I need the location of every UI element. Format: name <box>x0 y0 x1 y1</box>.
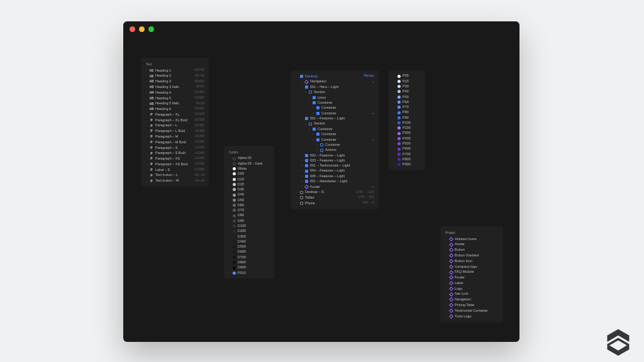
component-row[interactable]: -Navigation <box>440 297 503 303</box>
color-row[interactable]: -D05 <box>224 172 274 177</box>
color-row[interactable]: -D90 <box>224 218 274 223</box>
component-row[interactable]: -Company logo <box>440 264 503 270</box>
color-row[interactable]: -P900 <box>389 162 425 167</box>
layer-row[interactable]: •Container+ <box>291 111 379 116</box>
color-row[interactable]: -P80 <box>389 110 425 115</box>
color-row[interactable]: -P30 <box>389 84 425 89</box>
component-row[interactable]: -Button <box>440 248 503 253</box>
color-row[interactable]: -D60 <box>224 203 274 208</box>
color-row[interactable]: -P70 <box>389 105 425 110</box>
panel-project-components[interactable]: Project -Abstract Icons-Avatar-Button-Bu… <box>440 226 503 322</box>
layer-row[interactable]: •001 – Features – Light <box>291 116 379 121</box>
layer-row[interactable]: •001 – Hero – Light <box>291 85 379 90</box>
layer-row[interactable]: •Section <box>291 121 379 126</box>
color-row[interactable]: -D10 <box>224 177 274 182</box>
color-row[interactable]: -Alpha 05 – Dark <box>224 161 274 166</box>
color-row[interactable]: -P50 <box>389 94 425 99</box>
color-row[interactable]: -P500 <box>389 141 425 146</box>
layer-row[interactable]: •Container <box>291 100 379 105</box>
text-style-row[interactable]: -PParagraph – M16/26R <box>141 134 209 140</box>
color-row[interactable]: -White <box>224 167 274 172</box>
component-row[interactable]: -Pricing Table <box>440 302 503 308</box>
panel-text-styles[interactable]: Text -H1Heading 160/74R-H2Heading 248/70… <box>141 58 209 187</box>
layer-row[interactable]: •002 – Features – Light <box>291 153 379 158</box>
breakpoint-row[interactable]: •Desktop – S1438 → 1200 <box>291 190 379 195</box>
component-row[interactable]: -Nav Link <box>440 292 503 297</box>
color-row[interactable]: -D600 <box>224 250 274 255</box>
text-style-row[interactable]: -H3Heading 336/60R <box>141 79 209 85</box>
text-style-row[interactable]: -H1Heading 160/74R <box>141 68 209 74</box>
color-row[interactable]: -P600 <box>389 146 425 151</box>
color-row[interactable]: -P400 <box>389 136 425 141</box>
text-style-row[interactable]: -PParagraph – L Bold18/30B <box>141 129 209 134</box>
color-row[interactable]: -P800 <box>389 157 425 162</box>
color-row[interactable]: -D80 <box>224 213 274 218</box>
add-icon[interactable]: + <box>372 185 374 189</box>
text-style-row[interactable]: -PLabel – S12/16M <box>141 167 209 173</box>
color-row[interactable]: -D30 <box>224 187 274 192</box>
layer-row[interactable]: •Footer+ <box>291 184 379 190</box>
add-icon[interactable]: + <box>372 138 374 141</box>
text-style-row[interactable]: -H3Heading 3 Italic36/60I <box>141 84 209 90</box>
color-row[interactable]: -P010 <box>224 270 274 275</box>
component-row[interactable]: -Tools Logo <box>440 314 503 319</box>
color-row[interactable]: -P40 <box>389 89 425 94</box>
color-row[interactable]: -P05 <box>389 74 425 79</box>
color-row[interactable]: -D100 <box>224 224 274 229</box>
color-row[interactable]: -D700 <box>224 255 274 260</box>
color-row[interactable]: -D40 <box>224 192 274 197</box>
color-row[interactable]: -P300 <box>389 131 425 136</box>
text-style-row[interactable]: -PParagraph – XS Bold12/18B <box>141 162 209 167</box>
color-row[interactable]: -Alpha 05 <box>224 156 274 161</box>
color-row[interactable]: -D20 <box>224 182 274 187</box>
component-row[interactable]: -Button Icon <box>440 258 503 264</box>
component-row[interactable]: -Label <box>440 280 503 286</box>
text-style-row[interactable]: -H5Heading 5 Italic24/36I <box>141 101 209 107</box>
color-row[interactable]: -P700 <box>389 151 425 156</box>
text-style-row[interactable]: -H6Heading 620/28R <box>141 106 209 112</box>
breakpoint-row[interactable]: •Tablet1279 → 810 <box>291 195 379 200</box>
layer-row[interactable]: •004 – Features – Light <box>291 168 379 173</box>
breakpoint-desktop[interactable]: • Desktop Primary <box>291 74 379 79</box>
color-row[interactable]: -P200 <box>389 126 425 131</box>
text-style-row[interactable]: -H4Heading 432/48R <box>141 90 209 96</box>
layer-row[interactable]: •Container <box>291 143 379 148</box>
color-row[interactable]: -D50 <box>224 197 274 202</box>
text-style-row[interactable]: -PParagraph – M Bold16/26B <box>141 140 209 145</box>
layer-row[interactable]: •Section <box>291 90 379 95</box>
text-style-row[interactable]: -PParagraph – XL20/30R <box>141 112 209 118</box>
color-row[interactable]: -D300 <box>224 234 274 239</box>
component-row[interactable]: -FAQ Module <box>440 270 503 275</box>
text-style-row[interactable]: -PParagraph – S14/24R <box>141 145 209 151</box>
color-row[interactable]: -P100 <box>389 121 425 126</box>
layer-row[interactable]: •Container+ <box>291 137 379 143</box>
text-style-row[interactable]: -PText button – M14/—M <box>141 178 209 184</box>
component-row[interactable]: -Abstract Icons <box>440 236 503 242</box>
text-style-row[interactable]: -PParagraph – L18/30R <box>141 123 209 129</box>
component-row[interactable]: -Button Gradient <box>440 253 503 258</box>
text-style-row[interactable]: -PParagraph – XL Bold20/30B <box>141 118 209 123</box>
text-style-row[interactable]: -PText button – L16/—M <box>141 173 209 178</box>
text-style-row[interactable]: -H2Heading 248/70R <box>141 74 209 79</box>
add-icon[interactable]: + <box>372 111 374 115</box>
panel-layers[interactable]: • Desktop Primary •Navigation+•001 – Her… <box>291 70 379 209</box>
layer-row[interactable]: •Navigation+ <box>291 79 379 85</box>
color-row[interactable]: -P20 <box>389 79 425 84</box>
layer-row[interactable]: •Actions <box>291 148 379 153</box>
layer-row[interactable]: •Lines <box>291 95 379 100</box>
layer-row[interactable]: •003 – Features – Light <box>291 158 379 163</box>
component-row[interactable]: -Avatar <box>440 242 503 248</box>
panel-colors[interactable]: Colors -Alpha 05-Alpha 05 – Dark-White-D… <box>224 146 274 278</box>
text-style-row[interactable]: -H5Heading 524/36R <box>141 96 209 101</box>
breakpoint-row[interactable]: •Phone809 → 0 <box>291 200 379 206</box>
color-row[interactable]: -D500 <box>224 244 274 250</box>
color-row[interactable]: -P60 <box>389 99 425 104</box>
color-row[interactable]: -D900 <box>224 265 274 270</box>
component-row[interactable]: -Logo <box>440 286 503 292</box>
component-row[interactable]: -Footer <box>440 275 503 280</box>
layer-row[interactable]: •005 – Features – Light <box>291 173 379 178</box>
text-style-row[interactable]: -PParagraph – S Bold14/24B <box>141 151 209 156</box>
layer-row[interactable]: •Container <box>291 132 379 137</box>
color-row[interactable]: -D800 <box>224 260 274 265</box>
color-row[interactable]: -D200 <box>224 229 274 234</box>
